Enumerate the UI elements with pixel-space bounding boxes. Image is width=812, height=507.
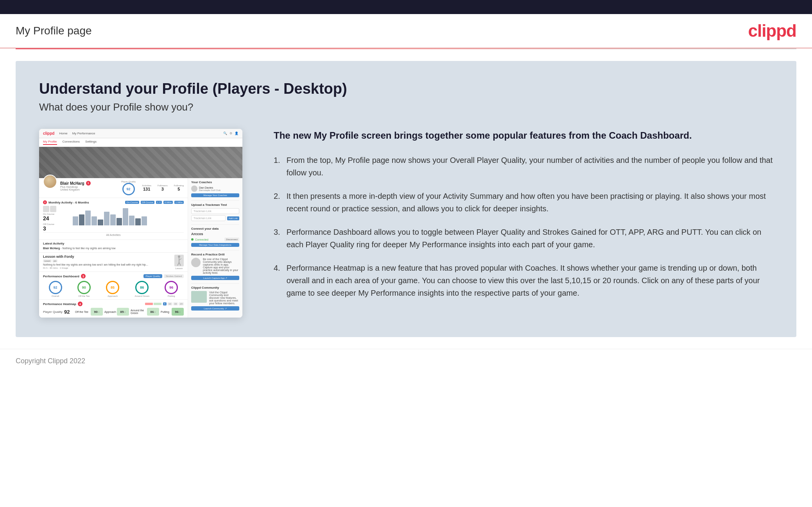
- mock-profile-handicap: Plus Handicap: [60, 186, 118, 188]
- mock-activity-btn-offcourse: Off-Course: [141, 201, 154, 204]
- mock-connect-title: Connect your data: [191, 227, 239, 230]
- mock-arrow-putt: ↓↓: [178, 311, 180, 313]
- mock-nav-icons: 🔍 ⚙ 👤: [223, 132, 238, 135]
- mock-lesson-meta: 01 h : 30 mins · 1 Image: [43, 267, 172, 269]
- chart-bar-2: [85, 211, 91, 225]
- mock-connect-section: Connect your data Arccos Connected Disco…: [191, 224, 239, 247]
- settings-icon: ⚙: [229, 132, 232, 135]
- mock-trackman-row: Trackman Link Add Link: [191, 215, 239, 221]
- mock-course-icons: [43, 206, 56, 212]
- mock-activity-btn-1y: 1 Y: [156, 201, 162, 204]
- mock-activity-text: - Nothing to feel like my sights are aim…: [61, 247, 115, 250]
- mock-badge-4: 4: [78, 302, 82, 306]
- mock-ring-app-label: Approach: [106, 295, 119, 297]
- top-bar: [0, 0, 812, 14]
- mock-ring-overall-label: Overall: [49, 295, 62, 297]
- mock-heatmap-overall-label: Player Quality: [43, 310, 63, 314]
- mock-ring-ott: 90 Off the Tee: [77, 281, 91, 297]
- mock-badge-3: 3: [81, 274, 86, 278]
- mock-activity-body: On Course 24 Off Course 3: [43, 206, 184, 232]
- mock-following-value: 5: [174, 187, 184, 191]
- mock-drill-text: Be one of the Clippd Community who alway…: [203, 258, 239, 274]
- mock-tag-lesson: Lesson: [43, 259, 52, 262]
- mock-toggle-sg[interactable]: Strokes Gained: [164, 274, 184, 278]
- mock-activity-user: Blair McHarg: [43, 247, 60, 250]
- mock-toggle-pq[interactable]: Player Quality: [143, 274, 162, 278]
- mock-heatmap-20[interactable]: 20: [179, 302, 184, 305]
- mock-perf-dashboard: Performance Dashboard 3 Player Quality S…: [39, 272, 188, 300]
- mock-launch-community-btn[interactable]: Launch Community ↗: [191, 306, 239, 311]
- chart-bar-5: [104, 212, 109, 225]
- mock-badge-2: 2: [43, 200, 47, 204]
- mock-ring-app: 85 Approach: [106, 281, 119, 297]
- mock-trackman-input[interactable]: Trackman Link: [191, 208, 239, 214]
- user-icon: 👤: [235, 132, 238, 135]
- mock-lesson-content: Lesson with Fordy Lesson pro Nothing to …: [43, 255, 172, 270]
- mock-subnav: My Profile Connections Settings: [39, 138, 242, 147]
- mock-tag-pro: pro: [52, 259, 57, 262]
- mock-manage-coaches-btn[interactable]: Manage Your Coaches: [191, 193, 239, 197]
- mock-lesson-label: Lesson: [175, 267, 183, 270]
- mock-heatmap-app-label: Approach: [104, 311, 115, 313]
- search-icon: 🔍: [223, 132, 227, 135]
- mock-heatmap-15[interactable]: 15: [173, 302, 178, 305]
- mock-heatmap-legend: [145, 303, 161, 305]
- mock-nav-performance: My Performance: [72, 132, 95, 135]
- mock-perf-header: Performance Dashboard 3 Player Quality S…: [43, 274, 184, 278]
- list-number-3: 3.: [274, 226, 280, 251]
- mock-perf-title-row: Performance Dashboard 3: [43, 274, 86, 278]
- mock-hero-bg: [39, 147, 242, 178]
- mock-heatmap-cell-putt: 96 ↓↓: [172, 308, 184, 316]
- header-divider: [16, 48, 796, 49]
- mock-coach-name: Dan Davies: [199, 186, 220, 189]
- mock-heatmap-title: Performance Heatmap: [43, 302, 76, 306]
- mock-disconnect-btn[interactable]: Disconnect: [224, 237, 239, 241]
- mock-heatmap-5[interactable]: 5: [163, 302, 167, 305]
- mock-activity-btn-1m: 1 Mths: [174, 201, 184, 204]
- chart-bar-11: [142, 216, 147, 225]
- mock-right-panel: Your Coaches Dan Davies Barnstaple Golf …: [188, 178, 242, 318]
- mock-heatmap-controls-row: 5 10 15 20: [145, 302, 184, 305]
- mock-connected-row: Connected Disconnect: [191, 237, 239, 241]
- page-heading: Understand your Profile (Players - Deskt…: [39, 80, 773, 97]
- page-title: My Profile page: [16, 25, 92, 37]
- mock-heatmap-cell-ott: 90 ↓↓: [91, 308, 103, 316]
- mock-heatmap-header: Performance Heatmap 4 5: [43, 302, 184, 306]
- mock-activities-value: 131: [142, 187, 151, 191]
- mock-activity-btn-oncourse: On-Course: [125, 201, 139, 204]
- mock-coach-avatar: [191, 186, 197, 192]
- mock-launch-capture-btn[interactable]: Launch Capture App ↗: [191, 276, 239, 280]
- chart-bar-9: [129, 216, 134, 225]
- mock-community-section: Clippd Community Visit the Clippd Commun…: [191, 283, 239, 311]
- mock-heatmap-10[interactable]: 10: [167, 302, 172, 305]
- mock-heatmap-ott-label: Off the Tee: [75, 311, 89, 313]
- mock-activity-section: 2 Monthly Activity - 6 Months On-Course …: [39, 198, 188, 240]
- mock-avatar-inner: [44, 175, 56, 188]
- mock-left-main: Blair McHarg 1 Plus Handicap United King…: [39, 178, 188, 318]
- mock-all-activities-btn[interactable]: All Activities: [43, 232, 184, 237]
- list-number-2: 2.: [274, 190, 280, 215]
- mock-activity-subtitle: Monthly Activity - 6 Months: [48, 201, 89, 204]
- mock-lesson: Lesson with Fordy Lesson pro Nothing to …: [39, 253, 188, 272]
- mock-coaches-title: Your Coaches: [191, 180, 239, 184]
- mock-ring-app-circle: 85: [106, 281, 119, 294]
- mock-heatmap: Performance Heatmap 4 5: [39, 300, 188, 318]
- mock-drill-title: Record a Practice Drill: [191, 253, 239, 256]
- mock-heatmap-arg-label: Around the Green: [131, 309, 145, 314]
- mock-trackman-link[interactable]: Trackman Link: [191, 215, 226, 221]
- mock-followers-stat: Followers 3: [158, 184, 168, 191]
- mock-subnav-profile: My Profile: [43, 140, 57, 145]
- content-columns: clippd Home My Performance 🔍 ⚙ 👤 My Prof…: [39, 129, 773, 318]
- mock-ring-ott-circle: 90: [77, 281, 91, 294]
- mock-profile-name: Blair McHarg: [60, 181, 84, 186]
- svg-point-0: [178, 255, 180, 258]
- chart-bar-0: [73, 216, 78, 225]
- mock-course-stats-col: On Course 24 Off Course 3: [43, 206, 56, 232]
- chart-bar-6: [110, 214, 116, 225]
- mock-addlink-btn[interactable]: Add Link: [227, 216, 239, 220]
- mock-manage-integrations-btn[interactable]: Manage Your Data Integrations: [191, 243, 239, 247]
- mock-connected-dot: [191, 238, 194, 241]
- mock-heatmap-cell-arg: 86 ↓↓: [147, 308, 159, 316]
- mock-nav-items: Home My Performance: [59, 132, 95, 135]
- mock-pq-ring: 92: [122, 183, 135, 195]
